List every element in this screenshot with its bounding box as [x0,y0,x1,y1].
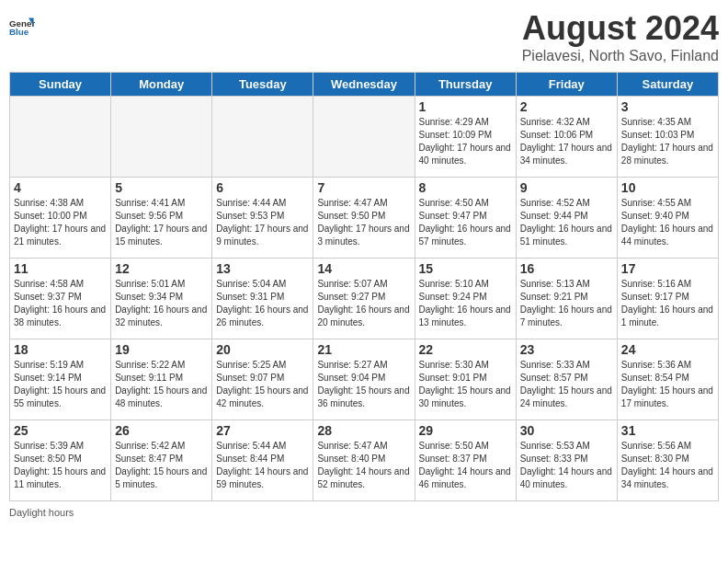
week-row-3: 11Sunrise: 4:58 AM Sunset: 9:37 PM Dayli… [10,259,719,339]
calendar-table: SundayMondayTuesdayWednesdayThursdayFrid… [9,72,719,501]
main-title: August 2024 [522,9,719,48]
day-info: Sunrise: 5:47 AM Sunset: 8:40 PM Dayligh… [317,440,410,491]
day-number: 30 [520,423,613,438]
logo: General Blue [9,15,35,40]
day-info: Sunrise: 4:47 AM Sunset: 9:50 PM Dayligh… [317,197,410,248]
day-info: Sunrise: 5:27 AM Sunset: 9:04 PM Dayligh… [317,359,410,410]
calendar-cell: 25Sunrise: 5:39 AM Sunset: 8:50 PM Dayli… [10,420,111,501]
week-row-5: 25Sunrise: 5:39 AM Sunset: 8:50 PM Dayli… [10,420,719,501]
day-info: Sunrise: 4:44 AM Sunset: 9:53 PM Dayligh… [216,197,309,248]
day-number: 24 [621,342,714,357]
day-info: Sunrise: 5:01 AM Sunset: 9:34 PM Dayligh… [115,278,208,329]
calendar-cell: 13Sunrise: 5:04 AM Sunset: 9:31 PM Dayli… [212,259,313,339]
day-info: Sunrise: 4:32 AM Sunset: 10:06 PM Daylig… [520,116,613,167]
day-header-friday: Friday [516,73,617,97]
day-number: 21 [317,342,410,357]
week-row-4: 18Sunrise: 5:19 AM Sunset: 9:14 PM Dayli… [10,339,719,420]
day-number: 27 [216,423,309,438]
calendar-cell: 3Sunrise: 4:35 AM Sunset: 10:03 PM Dayli… [617,97,718,178]
day-header-tuesday: Tuesday [212,73,313,97]
day-info: Sunrise: 5:07 AM Sunset: 9:27 PM Dayligh… [317,278,410,329]
day-info: Sunrise: 4:58 AM Sunset: 9:37 PM Dayligh… [14,278,107,329]
calendar-cell: 29Sunrise: 5:50 AM Sunset: 8:37 PM Dayli… [415,420,516,501]
calendar-cell: 28Sunrise: 5:47 AM Sunset: 8:40 PM Dayli… [313,420,415,501]
day-header-sunday: Sunday [10,73,111,97]
day-info: Sunrise: 5:50 AM Sunset: 8:37 PM Dayligh… [419,440,512,491]
calendar-cell: 10Sunrise: 4:55 AM Sunset: 9:40 PM Dayli… [617,178,718,259]
day-info: Sunrise: 5:53 AM Sunset: 8:33 PM Dayligh… [520,440,613,491]
day-number: 6 [216,180,309,195]
day-info: Sunrise: 4:29 AM Sunset: 10:09 PM Daylig… [419,116,512,167]
calendar-cell [111,97,212,178]
logo-icon: General Blue [9,15,35,40]
day-number: 25 [14,423,107,438]
calendar-cell: 30Sunrise: 5:53 AM Sunset: 8:33 PM Dayli… [516,420,617,501]
calendar-cell [10,97,111,178]
svg-text:Blue: Blue [9,27,29,37]
day-number: 13 [216,261,309,276]
calendar-cell: 7Sunrise: 4:47 AM Sunset: 9:50 PM Daylig… [313,178,415,259]
day-info: Sunrise: 4:52 AM Sunset: 9:44 PM Dayligh… [520,197,613,248]
day-number: 9 [520,180,613,195]
calendar-cell: 26Sunrise: 5:42 AM Sunset: 8:47 PM Dayli… [111,420,212,501]
calendar-cell: 12Sunrise: 5:01 AM Sunset: 9:34 PM Dayli… [111,259,212,339]
day-info: Sunrise: 5:56 AM Sunset: 8:30 PM Dayligh… [621,440,714,491]
day-header-thursday: Thursday [415,73,516,97]
day-number: 12 [115,261,208,276]
day-info: Sunrise: 5:39 AM Sunset: 8:50 PM Dayligh… [14,440,107,491]
day-number: 10 [621,180,714,195]
day-number: 3 [621,99,714,114]
day-info: Sunrise: 5:19 AM Sunset: 9:14 PM Dayligh… [14,359,107,410]
calendar-cell: 2Sunrise: 4:32 AM Sunset: 10:06 PM Dayli… [516,97,617,178]
calendar-cell: 31Sunrise: 5:56 AM Sunset: 8:30 PM Dayli… [617,420,718,501]
day-info: Sunrise: 4:55 AM Sunset: 9:40 PM Dayligh… [621,197,714,248]
calendar-cell: 5Sunrise: 4:41 AM Sunset: 9:56 PM Daylig… [111,178,212,259]
day-number: 5 [115,180,208,195]
day-info: Sunrise: 4:38 AM Sunset: 10:00 PM Daylig… [14,197,107,248]
day-header-saturday: Saturday [617,73,718,97]
day-info: Sunrise: 5:22 AM Sunset: 9:11 PM Dayligh… [115,359,208,410]
calendar-cell: 14Sunrise: 5:07 AM Sunset: 9:27 PM Dayli… [313,259,415,339]
day-info: Sunrise: 5:10 AM Sunset: 9:24 PM Dayligh… [419,278,512,329]
day-info: Sunrise: 5:42 AM Sunset: 8:47 PM Dayligh… [115,440,208,491]
day-number: 17 [621,261,714,276]
day-number: 20 [216,342,309,357]
calendar-cell: 6Sunrise: 4:44 AM Sunset: 9:53 PM Daylig… [212,178,313,259]
calendar-cell [212,97,313,178]
day-info: Sunrise: 4:41 AM Sunset: 9:56 PM Dayligh… [115,197,208,248]
header: General Blue August 2024 Pielavesi, Nort… [9,9,719,64]
day-info: Sunrise: 5:30 AM Sunset: 9:01 PM Dayligh… [419,359,512,410]
calendar-cell: 11Sunrise: 4:58 AM Sunset: 9:37 PM Dayli… [10,259,111,339]
day-number: 7 [317,180,410,195]
day-number: 28 [317,423,410,438]
week-row-1: 1Sunrise: 4:29 AM Sunset: 10:09 PM Dayli… [10,97,719,178]
calendar-body: 1Sunrise: 4:29 AM Sunset: 10:09 PM Dayli… [10,97,719,501]
title-area: August 2024 Pielavesi, North Savo, Finla… [522,9,719,64]
day-info: Sunrise: 5:44 AM Sunset: 8:44 PM Dayligh… [216,440,309,491]
day-number: 19 [115,342,208,357]
day-info: Sunrise: 5:25 AM Sunset: 9:07 PM Dayligh… [216,359,309,410]
calendar-cell: 22Sunrise: 5:30 AM Sunset: 9:01 PM Dayli… [415,339,516,420]
calendar-cell: 17Sunrise: 5:16 AM Sunset: 9:17 PM Dayli… [617,259,718,339]
day-number: 14 [317,261,410,276]
day-info: Sunrise: 5:36 AM Sunset: 8:54 PM Dayligh… [621,359,714,410]
day-info: Sunrise: 4:35 AM Sunset: 10:03 PM Daylig… [621,116,714,167]
day-number: 1 [419,99,512,114]
day-header-wednesday: Wednesday [313,73,415,97]
calendar-cell: 23Sunrise: 5:33 AM Sunset: 8:57 PM Dayli… [516,339,617,420]
day-number: 23 [520,342,613,357]
day-info: Sunrise: 5:13 AM Sunset: 9:21 PM Dayligh… [520,278,613,329]
calendar-cell: 24Sunrise: 5:36 AM Sunset: 8:54 PM Dayli… [617,339,718,420]
calendar-cell [313,97,415,178]
day-number: 22 [419,342,512,357]
calendar-cell: 4Sunrise: 4:38 AM Sunset: 10:00 PM Dayli… [10,178,111,259]
day-number: 2 [520,99,613,114]
day-info: Sunrise: 5:33 AM Sunset: 8:57 PM Dayligh… [520,359,613,410]
calendar-cell: 18Sunrise: 5:19 AM Sunset: 9:14 PM Dayli… [10,339,111,420]
calendar-cell: 15Sunrise: 5:10 AM Sunset: 9:24 PM Dayli… [415,259,516,339]
sub-title: Pielavesi, North Savo, Finland [522,48,719,64]
calendar-cell: 19Sunrise: 5:22 AM Sunset: 9:11 PM Dayli… [111,339,212,420]
day-number: 18 [14,342,107,357]
calendar-cell: 20Sunrise: 5:25 AM Sunset: 9:07 PM Dayli… [212,339,313,420]
day-number: 31 [621,423,714,438]
